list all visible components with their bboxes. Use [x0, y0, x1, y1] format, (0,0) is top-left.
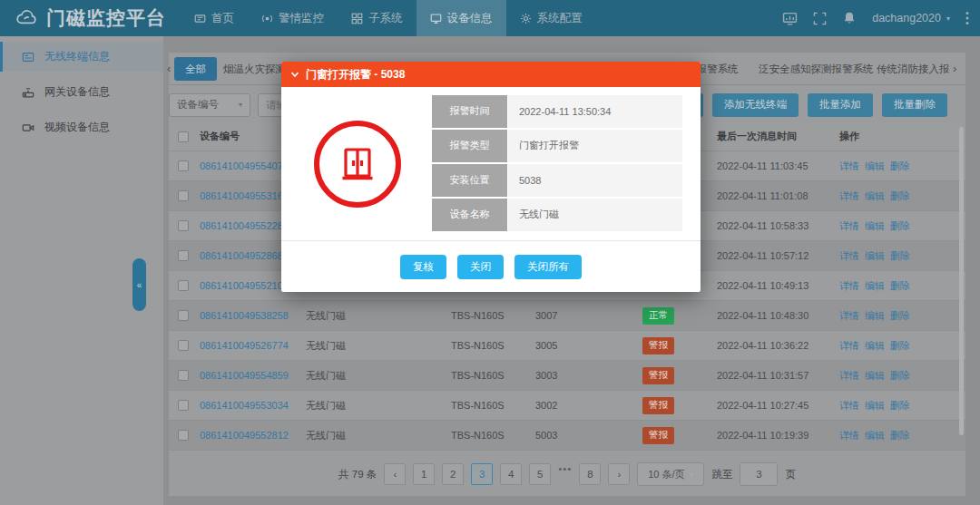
table-scrollbar[interactable]: [959, 127, 964, 435]
page-button-1[interactable]: 1: [413, 463, 435, 485]
page-button-4[interactable]: 4: [500, 463, 522, 485]
delete-link[interactable]: 删除: [890, 339, 910, 353]
detail-link[interactable]: 详情: [839, 189, 859, 203]
edit-link[interactable]: 编辑: [865, 399, 885, 413]
tab-scroll-left[interactable]: ‹: [167, 57, 171, 81]
device-name-cell: 无线门磁: [306, 339, 451, 353]
edit-link[interactable]: 编辑: [865, 279, 885, 293]
jump-suffix: 页: [785, 468, 796, 481]
device-id-link[interactable]: 0861410049553034: [200, 400, 306, 411]
caret-down-icon: ▾: [946, 15, 950, 23]
device-model-cell: TBS-N160S: [451, 400, 535, 411]
delete-link[interactable]: 删除: [890, 429, 910, 442]
sidebar-item-2[interactable]: 网关设备信息: [0, 77, 163, 107]
close-button[interactable]: 关闭: [457, 255, 504, 279]
device-id-link[interactable]: 0861410049538258: [200, 310, 306, 321]
row-operations: 详情编辑删除: [839, 189, 965, 203]
pagination: 共 79 条 ‹ 12345•••8 › 10 条/页 ▾ 跳至 页: [169, 462, 965, 486]
tab-4[interactable]: 泛安全感知探测报警系统: [759, 57, 874, 81]
page-button-8[interactable]: 8: [579, 463, 601, 485]
detail-link[interactable]: 详情: [839, 219, 859, 233]
row-checkbox[interactable]: [178, 220, 189, 231]
toolbar-button-3[interactable]: 批量添加: [808, 93, 873, 117]
delete-link[interactable]: 删除: [890, 160, 910, 173]
detail-link[interactable]: 详情: [839, 429, 859, 442]
row-checkbox[interactable]: [178, 190, 189, 201]
row-checkbox[interactable]: [178, 400, 189, 411]
edit-link[interactable]: 编辑: [865, 429, 885, 442]
user-menu[interactable]: dachang2020 ▾: [872, 12, 950, 24]
sidebar-item-1[interactable]: 无线终端信息: [0, 42, 163, 72]
edit-link[interactable]: 编辑: [865, 189, 885, 203]
row-checkbox[interactable]: [178, 160, 189, 171]
nav-item-label: 子系统: [368, 11, 403, 26]
edit-link[interactable]: 编辑: [865, 309, 885, 323]
device-id-link[interactable]: 0861410049554859: [200, 370, 306, 381]
tab-1[interactable]: 全部: [174, 57, 217, 81]
sidebar-collapse-handle[interactable]: «: [132, 258, 146, 311]
edit-link[interactable]: 编辑: [865, 219, 885, 233]
field-select[interactable]: 设备编号 ▾: [169, 93, 250, 117]
edit-link[interactable]: 编辑: [865, 339, 885, 353]
detail-link[interactable]: 详情: [839, 339, 859, 353]
sidebar-item-3[interactable]: 视频设备信息: [0, 112, 163, 142]
jump-page-input[interactable]: [740, 462, 778, 486]
nav-item-4[interactable]: 设备信息: [416, 0, 506, 36]
toolbar-button-4[interactable]: 批量删除: [882, 93, 947, 117]
fullscreen-icon[interactable]: [813, 12, 827, 25]
edit-link[interactable]: 编辑: [865, 369, 885, 383]
row-checkbox[interactable]: [178, 370, 189, 381]
chevron-down-icon[interactable]: [290, 70, 299, 79]
nav-item-5[interactable]: 系统配置: [506, 0, 596, 36]
nav-item-1[interactable]: 首页: [181, 0, 248, 36]
cloud-logo-icon: [15, 6, 38, 30]
delete-link[interactable]: 删除: [890, 399, 910, 413]
delete-link[interactable]: 删除: [890, 309, 910, 323]
device-id-link[interactable]: 0861410049552812: [200, 430, 306, 441]
status-badge: 警报: [642, 367, 674, 384]
delete-link[interactable]: 删除: [890, 369, 910, 383]
row-checkbox[interactable]: [178, 340, 189, 351]
edit-link[interactable]: 编辑: [865, 249, 885, 263]
page-button-3[interactable]: 3: [471, 463, 493, 485]
page-button-2[interactable]: 2: [442, 463, 464, 485]
close-all-button[interactable]: 关闭所有: [514, 255, 582, 279]
row-checkbox[interactable]: [178, 250, 189, 261]
gateway-icon: [22, 86, 34, 99]
detail-link[interactable]: 详情: [839, 279, 859, 293]
alarm-detail-row: 报警类型门窗打开报警: [432, 130, 682, 162]
alarm-modal-footer: 复核关闭关闭所有: [281, 240, 701, 292]
device-id-link[interactable]: 0861410049526774: [200, 340, 306, 351]
detail-link[interactable]: 详情: [839, 309, 859, 323]
detail-link[interactable]: 详情: [839, 160, 859, 173]
page-size-select[interactable]: 10 条/页 ▾: [637, 462, 704, 486]
delete-link[interactable]: 删除: [890, 279, 910, 293]
tab-scroll-right[interactable]: ›: [953, 57, 956, 81]
page-button-5[interactable]: 5: [529, 463, 551, 485]
jump-label: 跳至: [711, 468, 732, 481]
review-button[interactable]: 复核: [400, 255, 446, 279]
row-checkbox[interactable]: [178, 310, 189, 321]
toolbar-button-2[interactable]: 添加无线终端: [712, 93, 799, 117]
kebab-menu-icon[interactable]: [965, 11, 969, 25]
next-page-button[interactable]: ›: [608, 463, 630, 485]
row-checkbox[interactable]: [178, 430, 189, 441]
bell-icon[interactable]: [842, 11, 857, 25]
tab-5[interactable]: 传统消防接入报: [877, 57, 950, 81]
delete-link[interactable]: 删除: [890, 189, 910, 203]
detail-link[interactable]: 详情: [839, 369, 859, 383]
chart-icon[interactable]: [782, 11, 798, 26]
last-message-time-cell: 2022-04-11 10:31:57: [717, 370, 839, 381]
detail-link[interactable]: 详情: [839, 399, 859, 413]
nav-item-2[interactable]: 警情监控: [248, 0, 338, 36]
table-row: 0861410049526774无线门磁TBS-N160S3005警报2022-…: [169, 331, 965, 361]
delete-link[interactable]: 删除: [890, 249, 910, 263]
alarm-field-label: 报警时间: [432, 95, 507, 128]
nav-item-3[interactable]: 子系统: [338, 0, 416, 36]
edit-link[interactable]: 编辑: [865, 160, 885, 173]
detail-link[interactable]: 详情: [839, 249, 859, 263]
prev-page-button[interactable]: ‹: [384, 463, 406, 485]
row-checkbox[interactable]: [178, 280, 189, 291]
select-all-checkbox[interactable]: [178, 131, 189, 142]
delete-link[interactable]: 删除: [890, 219, 910, 233]
